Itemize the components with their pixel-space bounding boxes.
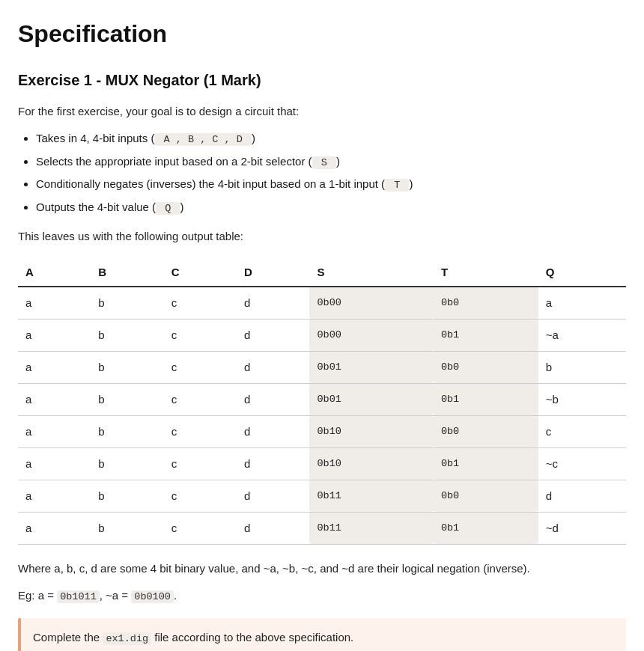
table-cell: c xyxy=(164,415,237,447)
table-cell: c xyxy=(164,319,237,351)
table-cell: a xyxy=(18,351,91,383)
note-code: ex1.dig xyxy=(103,632,151,645)
example-mid: , ~a = xyxy=(100,589,132,602)
table-cell: c xyxy=(164,351,237,383)
table-cell: 0b1 xyxy=(434,512,538,544)
table-cell: 0b1 xyxy=(434,447,538,480)
table-cell: c xyxy=(164,480,237,512)
col-header-t: T xyxy=(434,257,538,287)
table-cell: 0b01 xyxy=(309,351,433,383)
table-row: abcd0b000b0a xyxy=(18,287,626,320)
table-cell: a xyxy=(18,319,91,351)
description-text: Where a, b, c, d are some 4 bit binary v… xyxy=(18,560,626,578)
table-cell: d xyxy=(237,351,309,383)
table-cell: d xyxy=(237,512,309,544)
table-row: abcd0b110b1~d xyxy=(18,512,626,544)
table-cell: ~b xyxy=(538,383,626,415)
table-cell: d xyxy=(237,447,309,480)
col-header-a: A xyxy=(18,257,91,287)
example-prefix: Eg: a = xyxy=(18,589,57,602)
bullet-list: Takes in 4, 4-bit inputs ( A , B , C , D… xyxy=(36,129,626,216)
table-cell: ~d xyxy=(538,512,626,544)
list-item: Outputs the 4-bit value ( Q ) xyxy=(36,198,626,217)
table-cell: 0b10 xyxy=(309,447,433,480)
table-cell: b xyxy=(91,447,163,480)
table-cell: c xyxy=(164,512,237,544)
table-cell: 0b00 xyxy=(309,319,433,351)
table-cell: 0b00 xyxy=(309,287,433,320)
table-cell: a xyxy=(18,415,91,447)
output-table: A B C D S T Q abcd0b000b0aabcd0b000b1~aa… xyxy=(18,257,626,545)
page-title: Specification xyxy=(18,15,626,53)
table-row: abcd0b010b0b xyxy=(18,351,626,383)
note-prefix: Complete the xyxy=(33,631,103,644)
table-cell: 0b0 xyxy=(434,287,538,320)
code-t: T xyxy=(385,179,409,192)
table-cell: 0b10 xyxy=(309,415,433,447)
col-header-d: D xyxy=(237,257,309,287)
list-item: Takes in 4, 4-bit inputs ( A , B , C , D… xyxy=(36,129,626,148)
table-cell: ~c xyxy=(538,447,626,480)
table-cell: a xyxy=(18,287,91,320)
table-row: abcd0b010b1~b xyxy=(18,383,626,415)
example-suffix: . xyxy=(174,589,177,602)
table-cell: a xyxy=(18,480,91,512)
table-cell: 0b0 xyxy=(434,351,538,383)
table-cell: b xyxy=(91,287,163,320)
bullet-text-2: Selects the appropriate input based on a… xyxy=(36,155,340,168)
table-cell: d xyxy=(237,319,309,351)
note-box: Complete the ex1.dig file according to t… xyxy=(18,618,626,651)
code-s: S xyxy=(312,156,336,169)
table-row: abcd0b000b1~a xyxy=(18,319,626,351)
col-header-q: Q xyxy=(538,257,626,287)
table-cell: c xyxy=(164,447,237,480)
table-cell: a xyxy=(18,447,91,480)
code-abcd: A , B , C , D xyxy=(154,133,252,146)
example-na-code: 0b0100 xyxy=(131,590,174,603)
col-header-s: S xyxy=(309,257,433,287)
table-cell: c xyxy=(538,415,626,447)
table-cell: b xyxy=(91,512,163,544)
table-header-row: A B C D S T Q xyxy=(18,257,626,287)
table-cell: b xyxy=(91,480,163,512)
table-cell: b xyxy=(91,383,163,415)
table-cell: ~a xyxy=(538,319,626,351)
table-cell: 0b0 xyxy=(434,415,538,447)
table-cell: a xyxy=(18,383,91,415)
col-header-c: C xyxy=(164,257,237,287)
table-row: abcd0b100b1~c xyxy=(18,447,626,480)
table-cell: 0b1 xyxy=(434,319,538,351)
bullet-text-4: Outputs the 4-bit value ( Q ) xyxy=(36,201,183,213)
intro-text: For the first exercise, your goal is to … xyxy=(18,103,626,120)
table-cell: b xyxy=(91,415,163,447)
example-text: Eg: a = 0b1011, ~a = 0b0100. xyxy=(18,587,626,605)
table-cell: b xyxy=(91,319,163,351)
table-cell: d xyxy=(237,287,309,320)
exercise-title: Exercise 1 - MUX Negator (1 Mark) xyxy=(18,68,626,92)
col-header-b: B xyxy=(91,257,163,287)
table-cell: a xyxy=(18,512,91,544)
table-intro: This leaves us with the following output… xyxy=(18,227,626,245)
list-item: Selects the appropriate input based on a… xyxy=(36,153,626,171)
table-cell: a xyxy=(538,287,626,320)
list-item: Conditionally negates (inverses) the 4-b… xyxy=(36,175,626,194)
table-cell: 0b11 xyxy=(309,480,433,512)
code-q: Q xyxy=(156,202,180,215)
table-cell: b xyxy=(538,351,626,383)
table-cell: d xyxy=(237,480,309,512)
table-cell: 0b0 xyxy=(434,480,538,512)
table-cell: 0b1 xyxy=(434,383,538,415)
table-cell: d xyxy=(237,415,309,447)
example-a-code: 0b1011 xyxy=(57,590,100,603)
table-cell: b xyxy=(91,351,163,383)
note-suffix: file according to the above specificatio… xyxy=(151,631,353,644)
table-cell: c xyxy=(164,287,237,320)
bullet-text-3: Conditionally negates (inverses) the 4-b… xyxy=(36,177,413,190)
table-cell: c xyxy=(164,383,237,415)
note-text: Complete the ex1.dig file according to t… xyxy=(33,629,614,647)
table-cell: d xyxy=(538,480,626,512)
table-cell: d xyxy=(237,383,309,415)
table-cell: 0b11 xyxy=(309,512,433,544)
table-row: abcd0b110b0d xyxy=(18,480,626,512)
table-row: abcd0b100b0c xyxy=(18,415,626,447)
